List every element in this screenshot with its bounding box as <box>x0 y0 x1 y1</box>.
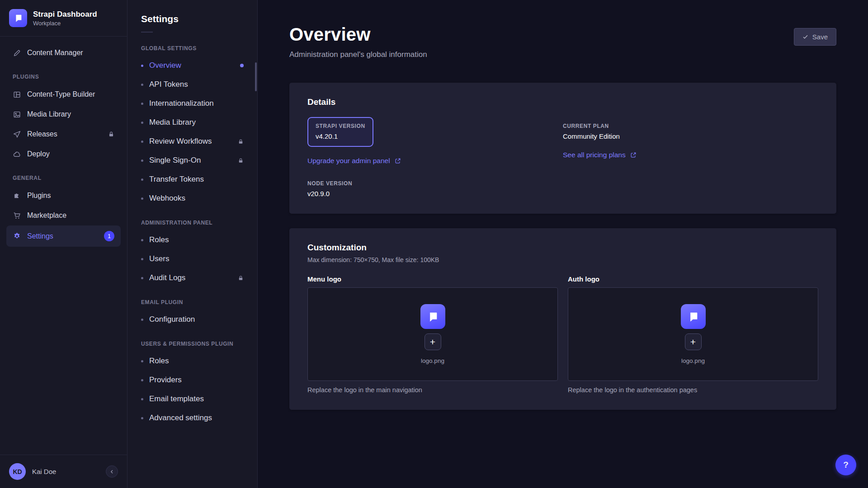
brand[interactable]: Strapi Dashboard Workplace <box>0 0 127 37</box>
cart-icon <box>13 211 21 220</box>
bullet-icon <box>141 103 143 105</box>
node-version-value: v20.9.0 <box>307 190 563 197</box>
avatar[interactable]: KD <box>9 463 26 480</box>
sidebar-item-label: Media Library <box>27 110 71 118</box>
subnav-item-label: API Tokens <box>149 80 188 89</box>
bullet-icon <box>141 258 143 260</box>
settings-notification-badge: 1 <box>104 231 114 241</box>
notification-dot <box>240 64 244 67</box>
nav-section-title-plugins: PLUGINS <box>0 63 127 84</box>
lock-icon <box>238 139 244 145</box>
page-header-text: Overview Administration panel's global i… <box>289 24 427 59</box>
bullet-icon <box>141 178 143 181</box>
external-link-icon <box>395 158 401 164</box>
menu-logo-caption: Replace the logo in the main navigation <box>307 386 558 394</box>
auth-logo-upload[interactable]: + logo.png <box>568 287 818 381</box>
main-content: Overview Administration panel's global i… <box>258 0 868 488</box>
subnav-divider <box>141 32 153 33</box>
pricing-plans-link[interactable]: See all pricing plans <box>563 151 637 159</box>
subnav-item-email-templates[interactable]: Email templates <box>127 389 257 408</box>
node-version-label: NODE VERSION <box>307 180 563 187</box>
image-icon <box>13 110 21 118</box>
save-button[interactable]: Save <box>794 28 836 46</box>
subnav-item-internationalization[interactable]: Internationalization <box>127 94 257 113</box>
pen-icon <box>13 49 21 57</box>
bullet-icon <box>141 65 143 67</box>
subnav-item-label: Single Sign-On <box>149 156 201 165</box>
details-left-column: STRAPI VERSION v4.20.1 Upgrade your admi… <box>307 117 563 197</box>
menu-logo-field: Menu logo + logo.png Replace the logo in… <box>307 275 558 394</box>
bullet-icon <box>141 379 143 381</box>
subnav-item-single-sign-on[interactable]: Single Sign-On <box>127 151 257 170</box>
sidebar-footer: KD Kai Doe <box>0 455 127 488</box>
subnav-item-api-tokens[interactable]: API Tokens <box>127 75 257 94</box>
upgrade-admin-panel-link[interactable]: Upgrade your admin panel <box>307 157 401 165</box>
sidebar-item-settings[interactable]: Settings 1 <box>6 225 121 247</box>
sidebar-item-releases[interactable]: Releases <box>0 124 127 144</box>
external-link-icon <box>630 152 637 158</box>
subnav-item-review-workflows[interactable]: Review Workflows <box>127 132 257 151</box>
add-auth-logo-button[interactable]: + <box>685 333 702 350</box>
details-card: Details STRAPI VERSION v4.20.1 Upgrade y… <box>289 83 836 214</box>
scrollbar-thumb[interactable] <box>255 62 257 91</box>
sidebar-item-plugins[interactable]: Plugins <box>0 186 127 206</box>
subnav-item-admin-roles[interactable]: Roles <box>127 230 257 249</box>
subnav-item-users[interactable]: Users <box>127 249 257 268</box>
subnav-item-label: Configuration <box>149 315 195 324</box>
sidebar-item-media-library[interactable]: Media Library <box>0 104 127 124</box>
node-version-field: NODE VERSION v20.9.0 <box>307 180 563 197</box>
brand-text: Strapi Dashboard Workplace <box>33 9 97 27</box>
nav-section-title-general: GENERAL <box>0 164 127 186</box>
sidebar-item-marketplace[interactable]: Marketplace <box>0 206 127 225</box>
current-plan-value: Community Edition <box>563 132 818 140</box>
menu-logo-label: Menu logo <box>307 275 558 283</box>
paper-plane-icon <box>13 130 21 138</box>
strapi-logo-icon <box>9 9 27 27</box>
bullet-icon <box>141 84 143 86</box>
menu-logo-filename: logo.png <box>421 357 444 364</box>
subnav-item-providers[interactable]: Providers <box>127 371 257 389</box>
subnav-item-transfer-tokens[interactable]: Transfer Tokens <box>127 170 257 189</box>
bullet-icon <box>141 122 143 124</box>
sidebar-item-label: Marketplace <box>27 211 66 220</box>
collapse-sidebar-button[interactable] <box>106 465 118 478</box>
subnav-item-webhooks[interactable]: Webhooks <box>127 189 257 208</box>
sidebar-item-content-manager[interactable]: Content Manager <box>0 43 127 63</box>
subnav-item-label: Roles <box>149 235 169 244</box>
logo-grid: Menu logo + logo.png Replace the logo in… <box>307 275 818 394</box>
details-grid: STRAPI VERSION v4.20.1 Upgrade your admi… <box>307 117 818 197</box>
settings-subnav: Settings GLOBAL SETTINGS Overview API To… <box>127 0 258 488</box>
sidebar-item-content-type-builder[interactable]: Content-Type Builder <box>0 84 127 104</box>
subnav-item-media-library[interactable]: Media Library <box>127 113 257 132</box>
sidebar-item-label: Content-Type Builder <box>27 90 95 99</box>
save-button-label: Save <box>812 33 828 41</box>
customization-card-title: Customization <box>307 243 818 253</box>
subnav-item-audit-logs[interactable]: Audit Logs <box>127 268 257 287</box>
subnav-item-up-roles[interactable]: Roles <box>127 352 257 371</box>
subnav-item-label: Webhooks <box>149 194 185 203</box>
subnav-title: Settings <box>127 14 257 24</box>
puzzle-icon <box>13 192 21 200</box>
menu-logo-upload[interactable]: + logo.png <box>307 287 558 381</box>
subnav-item-label: Email templates <box>149 394 204 404</box>
bullet-icon <box>141 417 143 419</box>
upgrade-link-label: Upgrade your admin panel <box>307 157 390 165</box>
add-menu-logo-button[interactable]: + <box>425 333 441 350</box>
subnav-item-label: Providers <box>149 375 182 385</box>
cloud-icon <box>13 150 21 158</box>
sidebar-item-label: Deploy <box>27 150 50 158</box>
page-subtitle: Administration panel's global informatio… <box>289 50 427 59</box>
help-button[interactable]: ? <box>835 455 856 475</box>
subnav-item-advanced-settings[interactable]: Advanced settings <box>127 408 257 427</box>
sidebar-item-deploy[interactable]: Deploy <box>0 144 127 164</box>
brand-title: Strapi Dashboard <box>33 9 97 19</box>
strapi-logo-icon <box>420 304 445 329</box>
subnav-section-users-permissions-plugin: USERS & PERMISSIONS PLUGIN <box>127 329 257 352</box>
subnav-item-overview[interactable]: Overview <box>127 56 257 75</box>
layout-icon <box>13 90 21 99</box>
bullet-icon <box>141 360 143 362</box>
subnav-item-configuration[interactable]: Configuration <box>127 310 257 329</box>
lock-icon <box>238 275 244 281</box>
subnav-section-email-plugin: EMAIL PLUGIN <box>127 287 257 310</box>
bullet-icon <box>141 141 143 143</box>
